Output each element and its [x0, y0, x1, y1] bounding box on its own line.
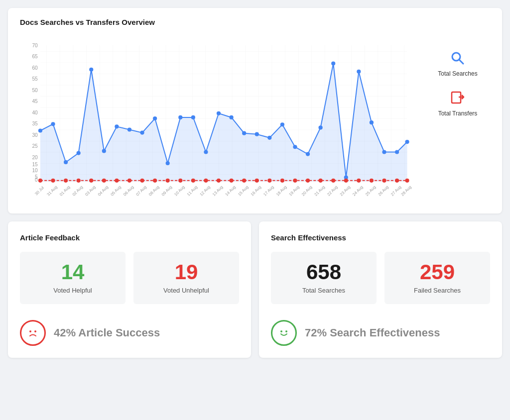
svg-point-39	[319, 125, 323, 129]
dashboard: Docs Searches vs Transfers Overview 70 6…	[8, 8, 502, 358]
svg-point-17	[38, 128, 42, 132]
svg-point-65	[267, 179, 271, 183]
svg-point-32	[229, 115, 233, 119]
svg-point-19	[64, 160, 68, 164]
feedback-stats-row: 14 Voted Helpful 19 Voted Unhelpful	[20, 252, 239, 304]
svg-text:12 Aug: 12 Aug	[199, 185, 211, 197]
svg-point-54	[128, 179, 131, 183]
svg-point-75	[395, 179, 399, 183]
svg-text:70: 70	[32, 43, 38, 48]
helpful-count: 14	[28, 262, 118, 283]
svg-text:23 Aug: 23 Aug	[339, 185, 352, 197]
happy-face-icon	[271, 320, 297, 346]
svg-text:25: 25	[32, 143, 38, 149]
article-success-row: 42% Article Success	[20, 316, 239, 346]
svg-text:31 Aug: 31 Aug	[46, 185, 59, 197]
svg-point-62	[229, 179, 233, 183]
article-feedback-panel: Article Feedback 14 Voted Helpful 19 Vot…	[8, 221, 251, 358]
svg-point-42	[357, 70, 361, 74]
svg-point-59	[191, 179, 195, 183]
svg-text:55: 55	[32, 76, 38, 82]
svg-text:50: 50	[32, 88, 38, 93]
svg-text:60: 60	[32, 65, 38, 71]
svg-point-36	[280, 122, 284, 126]
svg-text:21 Aug: 21 Aug	[314, 185, 326, 197]
failed-searches-count: 259	[392, 262, 482, 283]
svg-text:30 Jul: 30 Jul	[34, 186, 45, 197]
svg-point-50	[77, 179, 81, 183]
svg-point-37	[293, 145, 297, 149]
chart-legend: Total Searches Total Transfers	[425, 34, 490, 204]
svg-text:10: 10	[32, 168, 38, 173]
svg-text:35: 35	[32, 121, 38, 126]
svg-point-23	[115, 124, 119, 128]
svg-text:02 Aug: 02 Aug	[72, 185, 84, 197]
svg-point-33	[242, 131, 246, 135]
svg-point-57	[166, 179, 170, 183]
svg-point-72	[357, 179, 361, 183]
svg-point-58	[178, 179, 182, 183]
failed-searches-stat-box: 259 Failed Searches	[384, 252, 490, 304]
svg-text:01 Aug: 01 Aug	[59, 185, 71, 197]
line-chart: 70 65 60 55 50 45 40 35 30 25 20 15 10 5…	[20, 34, 417, 204]
svg-text:40: 40	[32, 110, 38, 115]
svg-point-28	[178, 115, 182, 119]
svg-point-68	[306, 179, 310, 183]
svg-point-43	[370, 120, 374, 124]
svg-point-114	[285, 330, 287, 332]
svg-point-66	[280, 179, 284, 183]
svg-point-60	[204, 179, 208, 183]
svg-text:15: 15	[32, 162, 38, 167]
svg-point-51	[89, 179, 93, 183]
svg-point-29	[191, 115, 195, 119]
legend-transfers-label: Total Transfers	[438, 110, 478, 117]
total-searches-label: Total Searches	[279, 287, 369, 294]
failed-searches-label: Failed Searches	[392, 287, 482, 294]
svg-point-74	[382, 179, 386, 183]
unhelpful-label: Voted Unhelpful	[141, 287, 231, 294]
svg-line-108	[459, 60, 463, 64]
svg-point-73	[370, 179, 374, 183]
svg-point-55	[140, 179, 144, 183]
svg-point-56	[153, 179, 157, 183]
svg-text:09 Aug: 09 Aug	[161, 185, 173, 197]
svg-point-25	[140, 131, 144, 135]
svg-text:26 Aug: 26 Aug	[378, 185, 390, 197]
svg-point-20	[77, 151, 81, 155]
svg-point-52	[102, 179, 106, 183]
svg-text:25 Aug: 25 Aug	[365, 185, 377, 197]
helpful-stat-box: 14 Voted Helpful	[20, 252, 126, 304]
svg-text:05 Aug: 05 Aug	[110, 185, 122, 197]
svg-text:10 Aug: 10 Aug	[173, 185, 186, 197]
svg-text:65: 65	[32, 54, 38, 59]
svg-point-30	[204, 150, 208, 154]
svg-text:15 Aug: 15 Aug	[237, 185, 250, 197]
svg-text:08 Aug: 08 Aug	[148, 185, 160, 197]
svg-point-69	[319, 179, 323, 183]
svg-text:13 Aug: 13 Aug	[212, 185, 224, 197]
legend-searches: Total Searches	[425, 49, 490, 77]
svg-text:24 Aug: 24 Aug	[352, 185, 364, 197]
helpful-label: Voted Helpful	[28, 287, 118, 294]
legend-transfers: Total Transfers	[425, 89, 490, 117]
chart-container: 70 65 60 55 50 45 40 35 30 25 20 15 10 5…	[20, 34, 490, 204]
svg-point-64	[255, 179, 259, 183]
svg-text:04 Aug: 04 Aug	[97, 185, 110, 197]
svg-point-27	[166, 161, 170, 165]
article-success-pct: 42% Article Success	[54, 326, 160, 339]
svg-point-21	[89, 68, 93, 72]
search-icon	[449, 49, 467, 67]
legend-searches-label: Total Searches	[438, 70, 477, 77]
svg-point-113	[280, 330, 282, 332]
svg-text:18 Aug: 18 Aug	[275, 185, 288, 197]
svg-point-47	[38, 179, 42, 183]
unhelpful-stat-box: 19 Voted Unhelpful	[133, 252, 239, 304]
svg-point-53	[115, 179, 119, 183]
sad-face-icon	[20, 320, 46, 346]
svg-point-48	[51, 179, 55, 183]
svg-point-34	[255, 132, 259, 136]
transfer-icon	[449, 89, 467, 107]
svg-point-71	[344, 179, 348, 183]
svg-text:17 Aug: 17 Aug	[262, 185, 275, 197]
svg-text:22 Aug: 22 Aug	[326, 185, 339, 197]
